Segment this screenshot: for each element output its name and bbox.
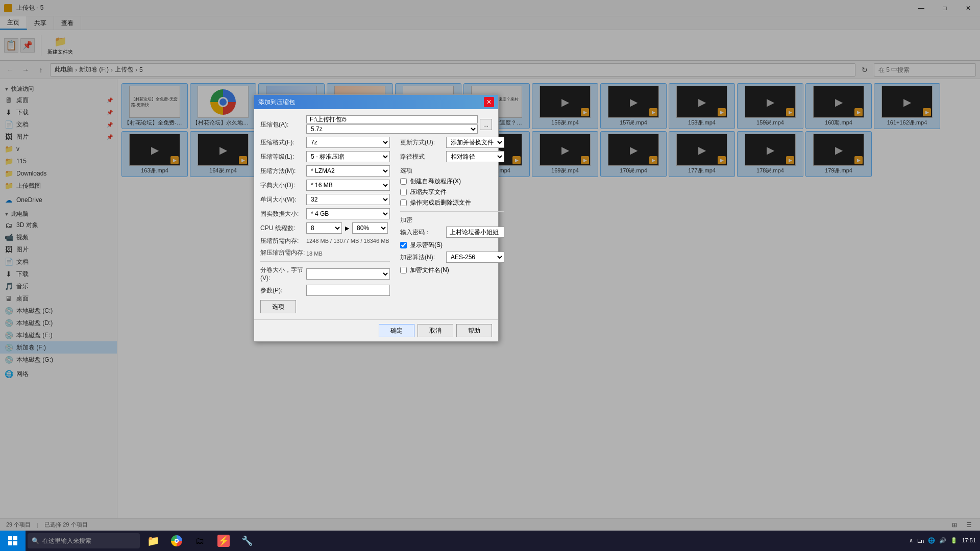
archive-path-row: 压缩包(A): 5.7z …: [260, 115, 492, 134]
show-pwd-row: 显示密码(S): [400, 241, 504, 249]
encrypt-names-checkbox[interactable]: [400, 267, 407, 273]
archive-path-input[interactable]: [306, 115, 478, 123]
memory-label: 压缩所需内存:: [260, 237, 306, 245]
taskbar-clock[interactable]: 17:51: [962, 537, 976, 544]
dialog-left-col: 压缩格式(F): 7z zip tar 压缩等级(L): 5 - 标准压缩: [260, 137, 390, 313]
delete-checkbox-row: 操作完成后删除源文件: [400, 198, 504, 207]
cpu-label: CPU 线程数:: [260, 224, 306, 233]
taskbar-search-text: 在这里输入来搜索: [42, 537, 91, 545]
taskbar-explorer[interactable]: 📁: [142, 531, 164, 551]
tray-arrow[interactable]: ∧: [909, 537, 913, 544]
dialog-footer: 确定 取消 帮助: [254, 319, 498, 341]
algo-label: 加密算法(N):: [400, 253, 446, 262]
ok-button[interactable]: 确定: [379, 324, 414, 337]
path-mode-label: 路径模式: [400, 153, 446, 161]
level-row: 压缩等级(L): 5 - 标准压缩: [260, 151, 390, 162]
dict-row: 字典大小(D): * 16 MB: [260, 180, 390, 191]
sfx-checkbox-row: 创建自释放程序(X): [400, 177, 504, 186]
solid-select[interactable]: * 4 GB: [306, 208, 390, 219]
split-label: 分卷大小，字节(V):: [260, 266, 306, 282]
dialog-overlay: 添加到压缩包 ✕ 压缩包(A): 5.7z …: [0, 0, 980, 531]
format-label: 压缩格式(F):: [260, 138, 306, 147]
volume-icon[interactable]: 🔊: [939, 537, 946, 544]
params-input[interactable]: [306, 285, 390, 296]
cpu-row: CPU 线程数: 8 ▶ 80%: [260, 222, 390, 234]
path-select[interactable]: 相对路径: [446, 151, 504, 162]
cpu-pct-select[interactable]: 80%: [352, 222, 388, 234]
method-label: 压缩方法(M):: [260, 167, 306, 176]
params-row: 参数(P):: [260, 285, 390, 296]
password-section: 加密 输入密码： 显示密码(S) 加密算法(N): AES-25: [400, 216, 504, 274]
password-row: 输入密码：: [400, 227, 504, 238]
svg-rect-0: [8, 536, 12, 540]
method-select[interactable]: * LZMA2: [306, 165, 390, 177]
dict-select[interactable]: * 16 MB: [306, 180, 390, 191]
options-section: 选项 创建自释放程序(X) 压缩共享文件 操作完成后删除源文件: [400, 166, 504, 207]
shared-label[interactable]: 压缩共享文件: [410, 188, 447, 196]
app1-taskbar-icon: ⚡: [217, 535, 230, 547]
svg-rect-3: [13, 541, 17, 545]
shared-checkbox[interactable]: [400, 189, 407, 195]
archive-ext-select[interactable]: 5.7z: [306, 124, 478, 134]
memory-value: 1248 MB / 13077 MB / 16346 MB: [306, 238, 389, 244]
taskbar-chrome[interactable]: [165, 531, 188, 551]
format-select[interactable]: 7z zip tar: [306, 137, 390, 148]
keyboard-indicator: En: [917, 538, 924, 544]
show-password-checkbox[interactable]: [400, 242, 407, 248]
options-title: 选项: [400, 166, 504, 175]
encrypt-names-label[interactable]: 加密文件名(N): [410, 266, 449, 274]
params-label: 参数(P):: [260, 286, 306, 295]
encrypt-label: 输入密码：: [400, 228, 446, 237]
encrypt-title: 加密: [400, 216, 504, 224]
explorer-taskbar-icon: 📁: [147, 535, 160, 547]
svg-rect-1: [13, 536, 17, 540]
options-button[interactable]: 选项: [260, 300, 296, 313]
archive-label: 压缩包(A):: [260, 120, 306, 129]
level-label: 压缩等级(L):: [260, 153, 306, 161]
word-label: 单词大小(W):: [260, 195, 306, 204]
split-select[interactable]: [306, 268, 390, 280]
memory-row: 压缩所需内存: 1248 MB / 13077 MB / 16346 MB: [260, 237, 390, 245]
help-button[interactable]: 帮助: [456, 324, 492, 337]
taskbar-folder[interactable]: 🗂: [189, 531, 211, 551]
solid-label: 固实数据大小:: [260, 210, 306, 218]
dialog-body: 压缩包(A): 5.7z … 压缩格式(F):: [254, 109, 498, 319]
word-row: 单词大小(W): 32: [260, 194, 390, 205]
archive-dialog: 添加到压缩包 ✕ 压缩包(A): 5.7z …: [254, 94, 499, 342]
taskbar-search[interactable]: 🔍 在这里输入来搜索: [28, 533, 140, 548]
chrome-taskbar-icon: [171, 535, 182, 546]
dialog-close-button[interactable]: ✕: [484, 97, 494, 107]
decompress-label: 解压缩所需内存:: [260, 248, 306, 257]
level-select[interactable]: 5 - 标准压缩: [306, 151, 390, 162]
folder-taskbar-icon: 🗂: [195, 536, 205, 546]
format-row: 压缩格式(F): 7z zip tar: [260, 137, 390, 148]
split-row: 分卷大小，字节(V):: [260, 266, 390, 282]
shared-checkbox-row: 压缩共享文件: [400, 188, 504, 196]
sfx-label[interactable]: 创建自释放程序(X): [410, 177, 461, 186]
show-password-label[interactable]: 显示密码(S): [410, 241, 443, 249]
dialog-title-bar: 添加到压缩包 ✕: [254, 95, 498, 109]
sfx-checkbox[interactable]: [400, 178, 407, 185]
word-select[interactable]: 32: [306, 194, 390, 205]
dialog-main-cols: 压缩格式(F): 7z zip tar 压缩等级(L): 5 - 标准压缩: [260, 137, 492, 313]
decompress-value: 18 MB: [306, 251, 323, 257]
start-button[interactable]: [0, 531, 26, 551]
solid-row: 固实数据大小: * 4 GB: [260, 208, 390, 219]
taskbar-app2[interactable]: 🔧: [236, 531, 258, 551]
taskbar-items: 📁 🗂 ⚡ 🔧: [142, 531, 258, 551]
search-icon: 🔍: [32, 537, 39, 544]
delete-label[interactable]: 操作完成后删除源文件: [410, 198, 471, 207]
archive-browse-button[interactable]: …: [480, 119, 492, 130]
dialog-right-col: 更新方式(U): 添加并替换文件 路径模式 相对路径 选项: [400, 137, 504, 313]
cancel-button[interactable]: 取消: [418, 324, 453, 337]
encrypt-names-row: 加密文件名(N): [400, 266, 504, 274]
algo-select[interactable]: AES-256: [446, 252, 504, 263]
delete-checkbox[interactable]: [400, 199, 407, 206]
dict-label: 字典大小(D):: [260, 181, 306, 190]
password-input[interactable]: [446, 227, 504, 238]
cpu-select[interactable]: 8: [306, 222, 342, 234]
taskbar-app1[interactable]: ⚡: [212, 531, 235, 551]
path-row: 路径模式 相对路径: [400, 151, 504, 162]
dialog-title-text: 添加到压缩包: [258, 98, 484, 107]
update-select[interactable]: 添加并替换文件: [446, 137, 504, 148]
